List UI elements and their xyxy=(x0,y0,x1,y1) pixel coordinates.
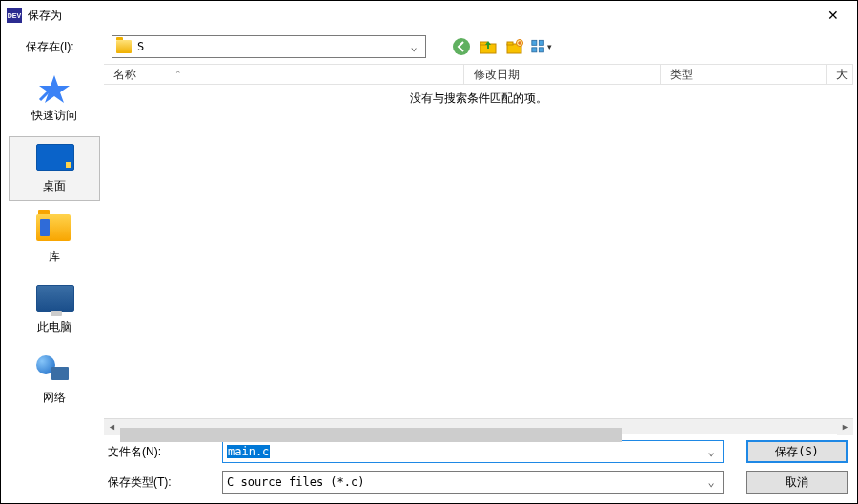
column-headers: 名称 ⌃ 修改日期 类型 大 xyxy=(104,64,853,85)
scroll-thumb[interactable] xyxy=(120,428,622,442)
new-folder-icon xyxy=(505,37,524,56)
column-label: 名称 xyxy=(113,67,136,83)
up-one-level-button[interactable] xyxy=(478,36,499,57)
scroll-right-button[interactable]: ► xyxy=(837,419,853,435)
file-list-area: 名称 ⌃ 修改日期 类型 大 没有与搜索条件匹配的项。 ◄ xyxy=(104,64,853,434)
svg-point-0 xyxy=(453,38,470,55)
close-icon: ✕ xyxy=(827,8,839,23)
network-icon xyxy=(36,355,72,386)
bottom-panel: 文件名(N): main.c ⌄ 保存(S) 保存类型(T): C source… xyxy=(1,434,857,503)
empty-list-message: 没有与搜索条件匹配的项。 xyxy=(104,85,853,107)
chevron-down-icon: ▾ xyxy=(547,42,552,51)
button-label: 取消 xyxy=(786,474,808,491)
filetype-value: C source files (*.c) xyxy=(227,475,704,489)
back-icon xyxy=(452,37,471,56)
places-label: 库 xyxy=(49,249,60,265)
horizontal-scrollbar[interactable]: ◄ ► xyxy=(104,418,853,434)
titlebar: DEV 保存为 ✕ xyxy=(1,1,857,30)
quick-access-icon xyxy=(36,73,72,104)
filename-label: 文件名(N): xyxy=(108,444,213,460)
file-list[interactable]: 没有与搜索条件匹配的项。 xyxy=(104,85,853,418)
column-label: 类型 xyxy=(670,67,693,83)
up-one-level-icon xyxy=(479,37,498,56)
chevron-down-icon: ⌄ xyxy=(704,475,719,489)
column-label: 修改日期 xyxy=(474,67,520,83)
this-pc-icon xyxy=(36,285,72,315)
save-button[interactable]: 保存(S) xyxy=(746,440,848,463)
libraries-icon xyxy=(36,214,72,245)
places-quick-access[interactable]: 快速访问 xyxy=(9,66,100,131)
scroll-left-button[interactable]: ◄ xyxy=(104,419,120,435)
places-label: 网络 xyxy=(43,390,66,406)
places-label: 桌面 xyxy=(43,178,66,194)
places-label: 快速访问 xyxy=(31,108,77,124)
filename-input[interactable]: main.c ⌄ xyxy=(222,440,724,463)
column-header-size[interactable]: 大 xyxy=(827,65,853,84)
lookin-row: 保存在(I): S ⌄ xyxy=(1,30,857,64)
lookin-combobox[interactable]: S ⌄ xyxy=(112,35,426,58)
views-button[interactable]: ▾ xyxy=(531,36,552,57)
folder-icon xyxy=(116,40,132,53)
column-header-name[interactable]: 名称 ⌃ xyxy=(104,65,464,84)
places-bar: 快速访问 桌面 库 此电脑 网络 xyxy=(5,64,104,434)
places-label: 此电脑 xyxy=(37,319,72,335)
places-network[interactable]: 网络 xyxy=(9,348,100,413)
save-as-dialog: DEV 保存为 ✕ 保存在(I): S ⌄ xyxy=(0,0,858,504)
desktop-icon xyxy=(36,144,72,174)
window-title: 保存为 xyxy=(28,8,62,24)
svg-marker-10 xyxy=(39,75,70,103)
svg-rect-8 xyxy=(532,48,537,52)
column-header-date[interactable]: 修改日期 xyxy=(464,65,661,84)
places-desktop[interactable]: 桌面 xyxy=(9,136,100,201)
column-header-type[interactable]: 类型 xyxy=(661,65,827,84)
back-button[interactable] xyxy=(451,36,472,57)
places-this-pc[interactable]: 此电脑 xyxy=(9,277,100,342)
svg-rect-7 xyxy=(539,40,543,45)
nav-toolbar: ▾ xyxy=(451,36,552,57)
filetype-select[interactable]: C source files (*.c) ⌄ xyxy=(222,471,724,494)
places-libraries[interactable]: 库 xyxy=(9,207,100,272)
button-label: 保存(S) xyxy=(775,444,819,460)
cancel-button[interactable]: 取消 xyxy=(746,471,848,494)
chevron-down-icon: ⌄ xyxy=(406,40,421,53)
column-label: 大 xyxy=(836,67,848,83)
filename-value: main.c xyxy=(227,445,270,458)
chevron-down-icon: ⌄ xyxy=(704,445,719,458)
svg-rect-9 xyxy=(539,48,543,52)
lookin-value: S xyxy=(137,40,406,53)
views-icon xyxy=(531,38,545,55)
svg-rect-6 xyxy=(532,40,537,45)
sort-asc-icon: ⌃ xyxy=(174,70,182,79)
app-icon: DEV xyxy=(7,8,22,23)
new-folder-button[interactable] xyxy=(504,36,525,57)
svg-rect-4 xyxy=(507,42,513,45)
filetype-label: 保存类型(T): xyxy=(108,474,213,491)
lookin-label: 保存在(I): xyxy=(26,39,104,55)
close-button[interactable]: ✕ xyxy=(813,2,853,29)
